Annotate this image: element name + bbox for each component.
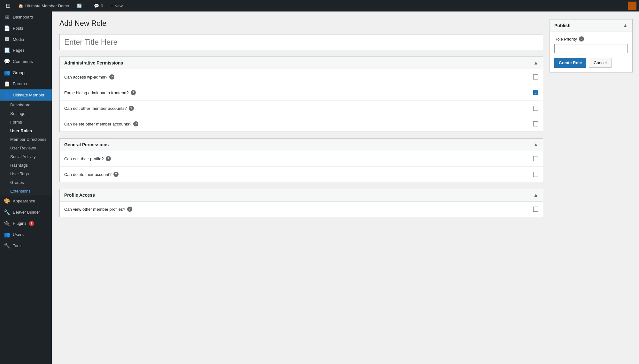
help-icon-can-view-other-profiles[interactable]: ? [127,207,132,212]
checkbox-can-access-wp-admin[interactable] [533,74,538,80]
general-permissions-title: General Permissions [64,142,109,147]
help-icon-can-edit-profile[interactable]: ? [106,156,111,161]
plugins-icon: 🔌 [4,220,10,226]
comments[interactable]: 💬 0 [91,0,106,11]
perm-row-can-edit-other-accounts: Can edit other member accounts? ? [60,101,543,116]
tools-icon: 🔨 [4,243,10,249]
admin-permissions-header[interactable]: Administrative Permissions ▲ [60,57,543,69]
sidebar-item-label: Posts [13,26,23,31]
help-icon-can-delete-other-accounts[interactable]: ? [133,121,138,126]
site-name[interactable]: 🏠 Ultimate Member Demo [15,0,72,11]
general-permissions-toggle[interactable]: ▲ [533,142,538,148]
checkbox-can-view-other-profiles[interactable] [533,207,538,212]
comments-icon: 💬 [94,4,99,8]
sidebar-item-label: Dashboard [13,15,33,19]
create-role-button[interactable]: Create Role [554,58,586,68]
title-input[interactable] [59,34,543,50]
perm-label-can-delete-other-accounts: Can delete other member accounts? ? [64,121,533,126]
sidebar-item-label: Users [13,232,24,237]
sidebar-item-label: Ultimate Member [13,93,44,97]
sidebar-item-dashboard[interactable]: ⊞ Dashboard [0,11,52,23]
publish-body: Role Priority ? Create Role Cancel [550,32,632,72]
help-icon-can-edit-other-accounts[interactable]: ? [129,106,134,111]
comments-nav-icon: 💬 [4,58,10,64]
page-title: Add New Role [59,19,543,28]
admin-permissions-metabox: Administrative Permissions ▲ Can access … [59,57,543,132]
perm-text: Can delete other member accounts? [64,122,131,126]
media-icon: 🖼 [4,36,10,42]
admin-bar: ⊞ 🏠 Ultimate Member Demo 🔄 1 💬 0 + New [0,0,639,11]
admin-permissions-body: Can access wp-admin? ? Force hiding admi… [60,69,543,132]
checkbox-can-edit-profile[interactable] [533,156,538,161]
sidebar-item-appearance[interactable]: 🎨 Appearance [0,195,52,207]
help-icon-role-priority[interactable]: ? [579,36,584,42]
perm-label-can-view-other-profiles: Can view other member profiles? ? [64,207,533,212]
checkbox-can-delete-account[interactable] [533,172,538,177]
sidebar-item-users[interactable]: 👥 Users [0,229,52,240]
updates-icon: 🔄 [77,4,82,8]
sidebar-item-label: Appearance [13,199,35,203]
publish-header[interactable]: Publish ▲ [550,19,632,32]
sidebar-item-um-social-activity[interactable]: Social Activity [0,152,52,161]
sidebar-item-comments[interactable]: 💬 Comments [0,56,52,67]
checkbox-can-delete-other-accounts[interactable] [533,121,538,126]
wp-logo-icon: ⊞ [6,2,11,9]
help-icon-can-access-wp-admin[interactable]: ? [109,74,114,80]
wp-logo[interactable]: ⊞ [3,0,14,11]
perm-label-can-edit-other-accounts: Can edit other member accounts? ? [64,106,533,111]
perm-row-can-access-wp-admin: Can access wp-admin? ? [60,69,543,85]
um-user-reviews-label: User Reviews [10,146,36,150]
sidebar-item-forums[interactable]: 📋 Forums [0,78,52,89]
sidebar-item-um-member-directories[interactable]: Member Directories [0,135,52,144]
checkbox-can-edit-other-accounts[interactable] [533,106,538,111]
role-priority-label: Role Priority ? [554,36,628,42]
role-priority-input[interactable] [554,44,628,53]
um-user-roles-label: User Roles [10,128,32,133]
perm-label-force-hiding-adminbar: Force hiding adminbar in frontend? ? [64,90,533,95]
sidebar-item-pages[interactable]: 📃 Pages [0,45,52,56]
perm-row-can-delete-other-accounts: Can delete other member accounts? ? [60,116,543,132]
sidebar-item-groups[interactable]: 👥 Groups [0,67,52,78]
sidebar-item-um-hashtags[interactable]: Hashtags [0,161,52,170]
general-permissions-header[interactable]: General Permissions ▲ [60,139,543,151]
profile-access-body: Can view other member profiles? ? [60,201,543,217]
sidebar-item-um-groups[interactable]: Groups [0,178,52,187]
profile-access-header[interactable]: Profile Access ▲ [60,189,543,201]
um-settings-label: Settings [10,111,25,116]
publish-title: Publish [554,23,571,28]
sidebar-item-um-dashboard[interactable]: Dashboard [0,101,52,109]
sidebar-item-beaver-builder[interactable]: 🔧 Beaver Builder [0,207,52,218]
posts-icon: 📄 [4,25,10,31]
dashboard-icon: ⊞ [4,14,10,20]
sidebar-item-um-forms[interactable]: Forms [0,118,52,126]
sidebar-item-ultimate-member[interactable]: 👤 Ultimate Member [0,89,52,101]
checkbox-force-hiding-adminbar[interactable] [533,90,538,95]
sidebar-item-um-user-roles[interactable]: User Roles [0,126,52,135]
help-icon-force-hiding-adminbar[interactable]: ? [131,90,136,95]
user-avatar[interactable] [628,2,636,10]
perm-row-can-view-other-profiles: Can view other member profiles? ? [60,201,543,217]
updates[interactable]: 🔄 1 [73,0,89,11]
new-content[interactable]: + New [108,0,126,11]
sidebar-item-media[interactable]: 🖼 Media [0,34,52,45]
sidebar-item-plugins[interactable]: 🔌 Plugins 1 [0,218,52,229]
help-icon-can-delete-account[interactable]: ? [113,172,119,177]
um-forms-label: Forms [10,120,22,125]
publish-toggle-icon[interactable]: ▲ [623,23,628,28]
sidebar-item-um-user-tags[interactable]: User Tags [0,170,52,178]
sidebar-item-posts[interactable]: 📄 Posts [0,23,52,34]
sidebar-item-um-settings[interactable]: Settings [0,109,52,118]
users-icon: 👥 [4,231,10,238]
sidebar-item-tools[interactable]: 🔨 Tools [0,240,52,251]
perm-row-can-delete-account: Can delete their account? ? [60,167,543,182]
pages-icon: 📃 [4,47,10,53]
perm-text: Can edit other member accounts? [64,106,127,111]
admin-permissions-toggle[interactable]: ▲ [533,60,538,66]
sidebar-item-label: Comments [13,59,33,64]
content-area: Add New Role Administrative Permissions … [59,19,543,224]
publish-actions: Create Role Cancel [554,58,628,68]
profile-access-toggle[interactable]: ▲ [533,192,538,198]
sidebar-item-um-extensions[interactable]: Extensions [0,187,52,195]
sidebar-item-um-user-reviews[interactable]: User Reviews [0,144,52,152]
cancel-button[interactable]: Cancel [589,58,611,68]
